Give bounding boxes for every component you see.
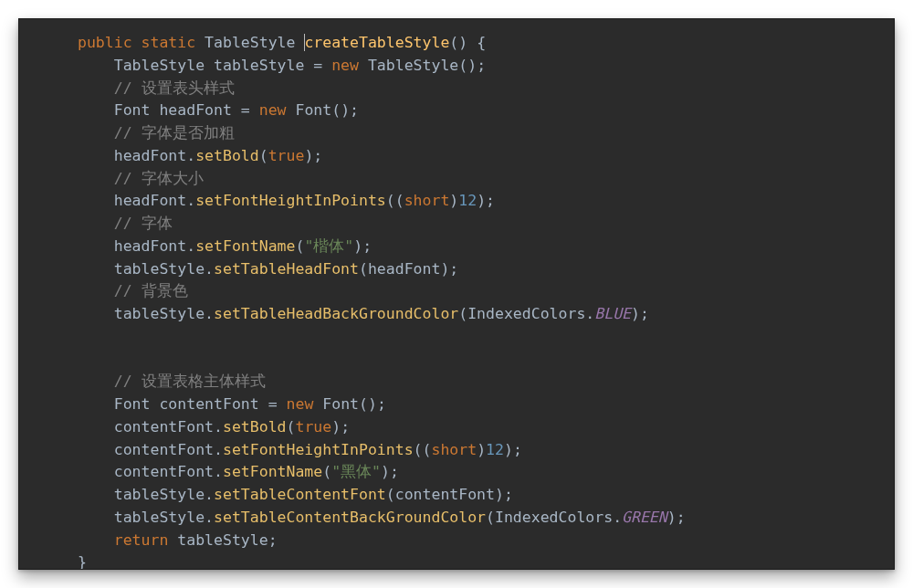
keyword-true: true [295,418,331,436]
method-setfontname: setFontName [223,463,322,480]
comment-font-bold: // 字体是否加粗 [114,124,235,142]
code-block[interactable]: public static TableStyle createTableStyl… [19,32,894,570]
semi: ; [362,237,372,255]
dot: . [585,305,594,322]
ident-tablestyle: tableStyle [114,260,205,278]
paren: ) [449,192,458,209]
paren: () [449,34,467,51]
semi: ; [350,101,359,119]
method-setbold: setBold [195,147,259,164]
paren: ) [477,441,486,458]
string-kaiti: "楷体" [304,237,353,255]
paren: ) [631,305,640,322]
paren: ( [386,486,395,503]
comment-bg-color: // 背景色 [114,282,188,299]
type-font: Font [295,101,331,119]
number-12: 12 [486,441,504,458]
dot: . [613,509,622,526]
dot: . [186,237,195,255]
type-tablestyle: TableStyle [205,34,295,51]
semi: ; [486,192,495,209]
dot: . [205,486,214,503]
keyword-new: new [259,101,287,119]
method-setfontname: setFontName [195,237,295,255]
constant-green: GREEN [622,509,667,526]
keyword-public: public [78,34,132,51]
method-settablecontentbg: setTableContentBackGroundColor [214,509,486,526]
ident-tablestyle: tableStyle [114,305,205,322]
number-12: 12 [458,192,477,209]
method-settableheadfont: setTableHeadFont [214,260,359,278]
semi: ; [504,486,513,503]
type-font: Font [114,101,151,119]
keyword-short: short [431,441,477,458]
semi: ; [390,463,399,480]
ident-headfont: headFont [159,101,231,119]
semi: ; [377,395,386,413]
semi: ; [477,57,486,74]
paren: ) [495,486,504,503]
paren: ( [423,441,432,458]
paren: ) [304,147,313,164]
paren: ( [386,192,395,209]
dot: . [186,147,195,164]
paren: ) [667,509,677,526]
method-decl-createtablestyle: createTableStyle [304,34,449,51]
paren: () [458,57,477,74]
type-tablestyle: TableStyle [368,57,458,74]
ident-contentfont: contentFont [395,486,495,503]
ident-headfont: headFont [114,192,186,209]
method-setfontheight: setFontHeightInPoints [223,441,414,458]
ident-tablestyle: tableStyle [114,486,205,503]
keyword-short: short [404,192,450,209]
semi: ; [313,147,322,164]
ident-headfont: headFont [368,260,440,278]
semi: ; [640,305,649,322]
constant-blue: BLUE [594,305,631,322]
method-setfontheight: setFontHeightInPoints [195,192,386,209]
comment-body-style: // 设置表格主体样式 [114,373,266,390]
paren: ( [295,237,304,255]
paren: ( [395,192,404,209]
paren: ) [440,260,449,278]
semi: ; [449,260,458,278]
paren: ) [353,237,362,255]
assign: = [304,57,331,74]
ident-contentfont: contentFont [114,418,214,436]
keyword-new: new [331,57,359,74]
paren: ( [458,305,467,322]
paren: ) [477,192,486,209]
semi: ; [268,531,278,549]
semi: ; [341,418,350,436]
brace-close: } [78,553,87,570]
paren: ( [414,441,423,458]
paren: () [359,395,377,413]
ident-contentfont: contentFont [159,395,258,413]
paren: () [331,101,350,119]
dot: . [214,418,223,436]
keyword-new: new [287,395,314,413]
type-indexedcolors: IndexedColors [467,305,585,322]
semi: ; [677,509,686,526]
paren: ( [322,463,331,480]
paren: ) [504,441,513,458]
paren: ( [486,509,495,526]
paren: ( [259,147,268,164]
semi: ; [513,441,522,458]
keyword-return: return [114,531,169,549]
dot: . [205,509,214,526]
assign: = [232,101,259,119]
ident-tablestyle: tableStyle [214,57,304,74]
keyword-static: static [142,34,196,51]
type-indexedcolors: IndexedColors [495,509,613,526]
paren: ( [359,260,368,278]
code-editor[interactable]: public static TableStyle createTableStyl… [18,18,895,570]
ident-contentfont: contentFont [114,441,214,458]
dot: . [186,192,195,209]
comment-font-size: // 字体大小 [114,170,204,187]
ident-tablestyle: tableStyle [177,531,268,549]
paren: ( [287,418,296,436]
brace-open: { [477,34,486,51]
ident-contentfont: contentFont [114,463,214,480]
paren: ) [381,463,390,480]
